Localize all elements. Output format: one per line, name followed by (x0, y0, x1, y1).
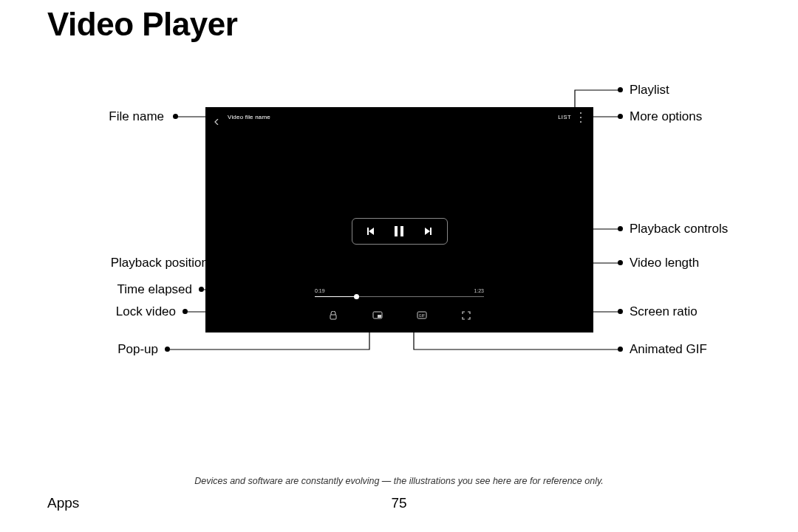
dot (165, 347, 170, 352)
playback-controls (352, 218, 448, 245)
svg-rect-0 (330, 315, 336, 319)
more-options-icon[interactable] (577, 112, 584, 123)
svg-text:GIF: GIF (418, 313, 424, 318)
gif-icon[interactable]: GIF (417, 310, 427, 321)
footer-page-number: 75 (391, 495, 406, 511)
bottom-toolbar: GIF (205, 310, 593, 321)
dot (618, 114, 623, 119)
dot (618, 226, 623, 231)
playlist-button[interactable]: LIST (558, 114, 571, 120)
progress-knob[interactable] (354, 294, 359, 299)
lock-icon[interactable] (328, 310, 338, 321)
next-button[interactable] (421, 225, 434, 238)
popup-icon[interactable] (372, 310, 383, 321)
callout-animated-gif: Animated GIF (630, 342, 707, 357)
dot (183, 309, 188, 314)
dot (199, 287, 204, 292)
file-name-text: Video file name (228, 114, 270, 120)
dot (618, 260, 623, 265)
pause-button[interactable] (392, 225, 406, 238)
screen-ratio-icon[interactable] (461, 310, 471, 321)
footer-section: Apps (47, 495, 79, 511)
callout-video-length: Video length (630, 256, 699, 270)
callout-playlist: Playlist (630, 83, 669, 98)
page-title: Video Player (47, 6, 237, 43)
callout-playback-controls: Playback controls (630, 222, 728, 236)
time-elapsed: 0:19 (315, 288, 325, 293)
callout-more-options: More options (630, 109, 702, 124)
time-total: 1:23 (474, 288, 484, 293)
previous-button[interactable] (364, 225, 378, 238)
callout-lock-video: Lock video (116, 304, 176, 319)
back-icon[interactable] (214, 115, 220, 120)
progress-fill (315, 296, 356, 297)
video-player: Video file name LIST 0:19 1:23 GIF (205, 107, 593, 332)
dot (618, 347, 623, 352)
dot (618, 309, 623, 314)
dot (618, 87, 623, 92)
callout-file-name: File name (109, 109, 164, 124)
dot (173, 114, 178, 119)
callout-time-elapsed: Time elapsed (117, 282, 192, 297)
svg-rect-2 (378, 315, 381, 318)
disclaimer-text: Devices and software are constantly evol… (0, 476, 798, 486)
callout-playback-position: Playback position (111, 256, 208, 270)
callout-screen-ratio: Screen ratio (630, 304, 698, 319)
callout-popup: Pop-up (117, 342, 158, 357)
